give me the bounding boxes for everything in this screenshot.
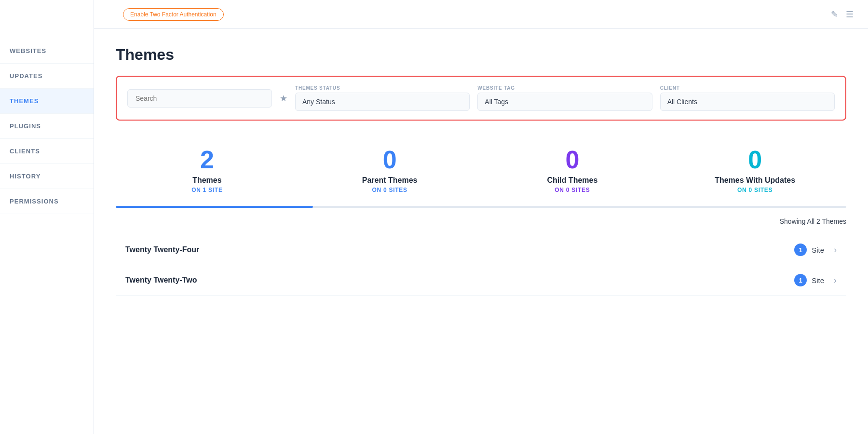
sidebar-label-history: HISTORY [10, 173, 41, 180]
site-badge-2: 1 [794, 274, 807, 286]
stat-child-themes[interactable]: 0 Child Themes ON 0 SITES [481, 137, 664, 201]
sidebar-item-updates[interactable]: UPDATES [0, 64, 94, 89]
progress-bar-fill [116, 206, 313, 208]
stat-child-sub: ON 0 SITES [486, 187, 659, 193]
notice-text: Enable Two Factor Authentication [130, 11, 217, 18]
stat-parent-themes[interactable]: 0 Parent Themes ON 0 SITES [298, 137, 481, 201]
sidebar-item-plugins[interactable]: PLUGINS [0, 114, 94, 139]
theme-name-1: Twenty Twenty-Four [125, 245, 794, 254]
stat-parent-number: 0 [303, 147, 476, 172]
stats-row: 2 Themes ON 1 SITE 0 Parent Themes ON 0 … [116, 137, 846, 201]
website-tag-label: WEBSITE TAG [477, 85, 652, 91]
search-input[interactable] [127, 89, 272, 108]
stat-updates-label: Themes With Updates [668, 176, 841, 185]
sidebar-item-websites[interactable]: WEBSITES [0, 39, 94, 64]
themes-status-select[interactable]: Any Status [295, 93, 470, 111]
filter-bar: ★ THEMES STATUS Any Status WEBSITE TAG A… [116, 76, 846, 121]
themes-status-group: THEMES STATUS Any Status [295, 85, 470, 111]
content-area: Themes ★ THEMES STATUS Any Status WEBSIT… [94, 29, 868, 434]
site-badge-1: 1 [794, 244, 807, 256]
client-label: CLIENT [660, 85, 835, 91]
stat-updates[interactable]: 0 Themes With Updates ON 0 SITES [664, 137, 846, 201]
progress-bar-container [116, 206, 846, 208]
topbar-icons: ✎ ☰ [831, 9, 854, 20]
sidebar-item-themes[interactable]: THEMES [0, 89, 94, 114]
theme-row-2[interactable]: Twenty Twenty-Two 1 Site › [116, 265, 846, 296]
sidebar-label-websites: WEBSITES [10, 47, 46, 54]
stat-parent-label: Parent Themes [303, 176, 476, 185]
sidebar-label-updates: UPDATES [10, 72, 42, 80]
theme-row[interactable]: Twenty Twenty-Four 1 Site › [116, 235, 846, 265]
stat-updates-sub: ON 0 SITES [668, 187, 841, 193]
page-title: Themes [116, 46, 846, 64]
topbar: Enable Two Factor Authentication ✎ ☰ [94, 0, 868, 29]
sidebar-item-history[interactable]: HISTORY [0, 164, 94, 189]
stat-themes-sub: ON 1 SITE [121, 187, 294, 193]
main-content: Enable Two Factor Authentication ✎ ☰ The… [94, 0, 868, 434]
theme-sites-1: 1 Site [794, 244, 824, 256]
showing-label: Showing All 2 Themes [116, 217, 846, 225]
sidebar-label-clients: CLIENTS [10, 148, 40, 155]
stat-parent-sub: ON 0 SITES [303, 187, 476, 193]
menu-icon[interactable]: ☰ [846, 9, 854, 20]
stat-themes-label: Themes [121, 176, 294, 185]
client-group: CLIENT All Clients [660, 85, 835, 111]
favorite-icon[interactable]: ★ [280, 93, 287, 104]
theme-list: Twenty Twenty-Four 1 Site › Twenty Twent… [116, 235, 846, 296]
themes-status-label: THEMES STATUS [295, 85, 470, 91]
sidebar: WEBSITES UPDATES THEMES PLUGINS CLIENTS … [0, 0, 94, 434]
user-icon[interactable]: ✎ [831, 9, 838, 20]
sidebar-label-themes: THEMES [10, 97, 39, 105]
two-factor-notice[interactable]: Enable Two Factor Authentication [123, 8, 224, 21]
stat-themes[interactable]: 2 Themes ON 1 SITE [116, 137, 298, 201]
site-text-2: Site [812, 276, 824, 285]
theme-sites-2: 1 Site [794, 274, 824, 286]
chevron-down-icon-1: › [834, 245, 837, 255]
theme-name-2: Twenty Twenty-Two [125, 276, 794, 285]
chevron-down-icon-2: › [834, 275, 837, 285]
client-select[interactable]: All Clients [660, 93, 835, 111]
stat-themes-number: 2 [121, 147, 294, 172]
stat-child-number: 0 [486, 147, 659, 172]
website-tag-group: WEBSITE TAG All Tags [477, 85, 652, 111]
sidebar-label-plugins: PLUGINS [10, 122, 41, 130]
stat-child-label: Child Themes [486, 176, 659, 185]
site-text-1: Site [812, 246, 824, 254]
sidebar-label-permissions: PERMISSIONS [10, 198, 59, 205]
stat-updates-number: 0 [668, 147, 841, 172]
sidebar-item-clients[interactable]: CLIENTS [0, 139, 94, 164]
sidebar-item-permissions[interactable]: PERMISSIONS [0, 189, 94, 214]
website-tag-select[interactable]: All Tags [477, 93, 652, 111]
